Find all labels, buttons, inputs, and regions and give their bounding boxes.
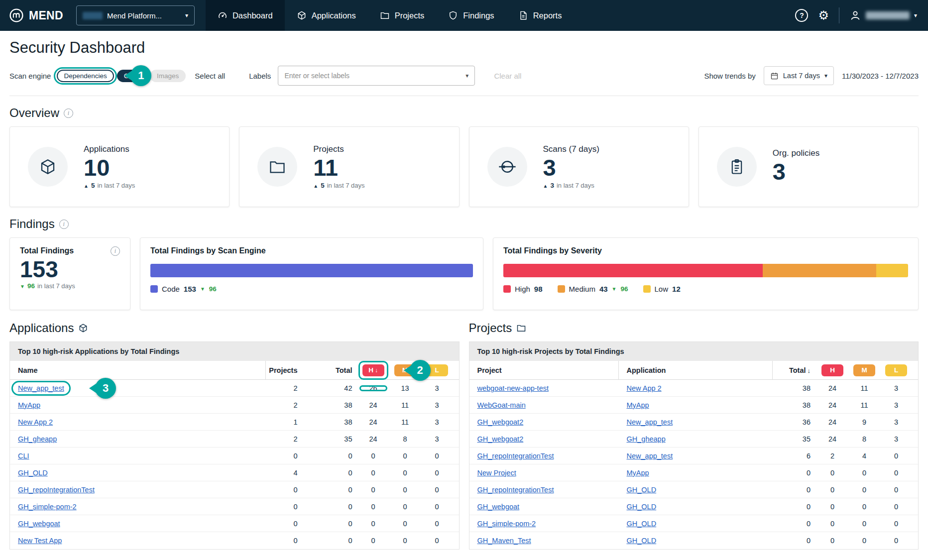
nav-projects[interactable]: Projects: [368, 0, 437, 31]
application-link[interactable]: GH_gheapp: [627, 435, 666, 443]
projects-col-h-badge[interactable]: H: [821, 364, 843, 376]
applications-summary-card[interactable]: Applications 10 ▲ 5 in last 7 days: [9, 126, 230, 207]
apps-col-name[interactable]: Name: [10, 361, 266, 379]
projects-count-cell[interactable]: 0: [266, 486, 298, 494]
low-count-cell[interactable]: 0: [421, 469, 453, 477]
low-count-cell[interactable]: 3: [421, 384, 453, 392]
projects-count-cell[interactable]: 2: [266, 401, 298, 409]
labels-input-box[interactable]: ▾: [278, 66, 475, 86]
medium-count-cell[interactable]: 0: [848, 486, 880, 494]
low-count-cell[interactable]: 0: [880, 486, 912, 494]
application-link[interactable]: GH_OLD: [627, 486, 657, 494]
total-findings-cell[interactable]: 42: [298, 384, 357, 392]
total-findings-cell[interactable]: 0: [773, 469, 816, 477]
chevron-down-icon[interactable]: ▾: [465, 73, 468, 79]
nav-applications[interactable]: Applications: [285, 0, 368, 31]
severity-bar-high[interactable]: [503, 264, 763, 277]
total-findings-cell[interactable]: 38: [773, 401, 816, 409]
application-link[interactable]: GH_OLD: [627, 537, 657, 545]
high-count-cell[interactable]: 24: [816, 384, 848, 392]
medium-count-cell[interactable]: 11: [389, 418, 421, 426]
medium-count-cell[interactable]: 0: [389, 486, 421, 494]
low-count-cell[interactable]: 0: [880, 503, 912, 511]
total-findings-cell[interactable]: 38: [298, 401, 357, 409]
total-findings-cell[interactable]: 35: [298, 435, 357, 443]
projects-count-cell[interactable]: 0: [266, 452, 298, 460]
total-findings-cell[interactable]: 0: [298, 520, 357, 528]
severity-bar-low[interactable]: [876, 264, 908, 277]
low-count-cell[interactable]: 0: [421, 520, 453, 528]
project-link[interactable]: GH_simple-pom-2: [477, 520, 536, 528]
application-link[interactable]: MyApp: [18, 401, 40, 409]
total-findings-cell[interactable]: 0: [773, 520, 816, 528]
mend-logo[interactable]: MEND: [9, 8, 63, 23]
low-count-cell[interactable]: 3: [880, 384, 912, 392]
low-count-cell[interactable]: 0: [880, 537, 912, 545]
high-count-cell[interactable]: 0: [357, 486, 389, 494]
medium-count-cell[interactable]: 0: [389, 520, 421, 528]
apps-col-total[interactable]: Total: [298, 366, 357, 374]
project-link[interactable]: New Project: [477, 469, 516, 477]
total-findings-cell[interactable]: 38: [298, 418, 357, 426]
help-icon[interactable]: ?: [795, 9, 808, 22]
project-link[interactable]: WebGoat-main: [477, 401, 526, 409]
total-findings-cell[interactable]: 36: [773, 418, 816, 426]
medium-count-cell[interactable]: 9: [848, 418, 880, 426]
low-count-cell[interactable]: 3: [421, 435, 453, 443]
project-link[interactable]: GH_webgoat: [477, 503, 520, 511]
high-count-cell[interactable]: 0: [816, 503, 848, 511]
application-link[interactable]: GH_simple-pom-2: [18, 503, 77, 511]
nav-dashboard[interactable]: Dashboard: [206, 0, 285, 31]
high-count-cell[interactable]: 24: [816, 435, 848, 443]
low-count-cell[interactable]: 0: [421, 503, 453, 511]
total-findings-cell[interactable]: 0: [773, 503, 816, 511]
info-icon[interactable]: i: [64, 109, 73, 118]
low-count-cell[interactable]: 0: [880, 520, 912, 528]
high-count-cell[interactable]: 0: [357, 469, 389, 477]
low-count-cell[interactable]: 0: [880, 469, 912, 477]
total-findings-cell[interactable]: 0: [773, 486, 816, 494]
high-count-cell[interactable]: 0: [357, 520, 389, 528]
total-findings-cell[interactable]: 35: [773, 435, 816, 443]
high-count-cell[interactable]: 24: [816, 401, 848, 409]
medium-count-cell[interactable]: 0: [848, 520, 880, 528]
projects-col-l-badge[interactable]: L: [885, 364, 907, 376]
high-count-cell[interactable]: 24: [357, 418, 389, 426]
info-icon[interactable]: i: [111, 246, 120, 256]
projects-col-application[interactable]: Application: [619, 361, 773, 379]
apps-col-h-badge[interactable]: H ↓: [362, 364, 384, 376]
high-count-cell[interactable]: 24: [357, 435, 389, 443]
low-count-cell[interactable]: 0: [421, 537, 453, 545]
medium-count-cell[interactable]: 13: [389, 384, 421, 392]
medium-count-cell[interactable]: 11: [389, 401, 421, 409]
nav-reports[interactable]: Reports: [506, 0, 574, 31]
org-policies-summary-card[interactable]: Org. policies 3: [698, 126, 919, 207]
project-link[interactable]: GH_Maven_Test: [477, 537, 531, 545]
high-count-cell[interactable]: 0: [357, 537, 389, 545]
total-findings-cell[interactable]: 0: [298, 503, 357, 511]
high-count-cell[interactable]: 0: [357, 452, 389, 460]
medium-count-cell[interactable]: 11: [848, 401, 880, 409]
application-link[interactable]: New_app_test: [627, 452, 673, 460]
low-count-cell[interactable]: 3: [421, 401, 453, 409]
application-link[interactable]: CLI: [18, 452, 29, 460]
application-link[interactable]: GH_webgoat: [18, 520, 60, 528]
medium-count-cell[interactable]: 0: [389, 503, 421, 511]
project-link[interactable]: GH_repoIntegrationTest: [477, 486, 554, 494]
date-range-dropdown[interactable]: Last 7 days ▾: [764, 66, 834, 85]
medium-count-cell[interactable]: 0: [389, 537, 421, 545]
low-count-cell[interactable]: 3: [880, 418, 912, 426]
total-findings-cell[interactable]: 0: [298, 452, 357, 460]
high-count-cell[interactable]: 0: [816, 537, 848, 545]
application-link[interactable]: New_app_test: [18, 384, 64, 392]
project-link[interactable]: webgoat-new-app-test: [477, 384, 549, 392]
medium-count-cell[interactable]: 0: [848, 537, 880, 545]
medium-count-cell[interactable]: 0: [848, 469, 880, 477]
projects-count-cell[interactable]: 0: [266, 520, 298, 528]
medium-count-cell[interactable]: 11: [848, 384, 880, 392]
medium-count-cell[interactable]: 0: [389, 452, 421, 460]
projects-count-cell[interactable]: 2: [266, 384, 298, 392]
high-count-cell[interactable]: 2: [816, 452, 848, 460]
total-findings-cell[interactable]: 38: [773, 384, 816, 392]
projects-col-m-badge[interactable]: M: [853, 364, 875, 376]
